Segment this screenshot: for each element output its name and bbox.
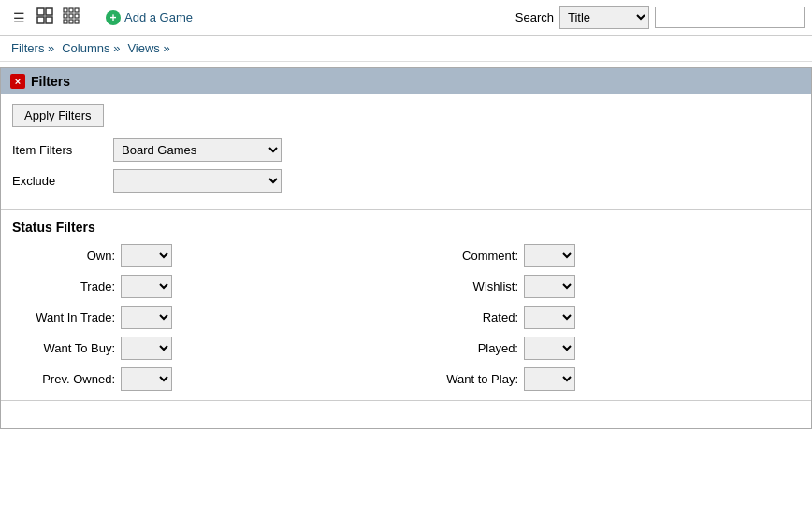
svg-rect-12 [75,20,79,23]
status-row-played: Played: Yes No [415,337,800,360]
search-area: Search Title Publisher Designer Descript… [515,6,805,29]
prev-owned-label: Prev. Owned: [12,372,115,386]
search-label: Search [515,10,554,24]
status-row-wishlist: Wishlist: Yes No [415,275,800,298]
comment-label: Comment: [415,249,518,263]
toolbar: ☰ [0,0,812,36]
wishlist-label: Wishlist: [415,280,518,294]
svg-rect-8 [69,14,73,18]
status-row-prev-owned: Prev. Owned: Yes No [12,367,397,391]
rated-label: Rated: [415,310,518,324]
own-select[interactable]: Yes No [121,244,172,267]
want-to-buy-label: Want To Buy: [12,341,115,355]
grid2-icon [36,7,53,27]
rated-select[interactable]: Yes No [524,306,575,329]
item-filters-select[interactable]: Board Games Board Game Expansions Access… [113,138,282,162]
svg-rect-11 [69,20,73,23]
trade-label: Trade: [12,280,115,294]
status-row-own: Own: Yes No [12,244,397,267]
nav-bar: Filters » Columns » Views » [0,36,812,62]
search-input[interactable] [655,7,805,28]
filters-nav-link[interactable]: Filters » [7,41,58,55]
status-filters-title: Status Filters [12,220,800,235]
filters-panel: × Filters Apply Filters Item Filters Boa… [0,67,812,429]
columns-nav-link[interactable]: Columns » [58,41,123,55]
status-left-col: Own: Yes No Trade: Yes No [12,244,397,391]
want-in-trade-select[interactable]: Yes No [121,306,172,329]
grid3-icon [63,7,80,27]
filters-title: Filters [31,74,70,89]
svg-rect-3 [46,17,52,23]
exclude-select[interactable]: Expansions Accessories [113,169,282,193]
exclude-row: Exclude Expansions Accessories [12,169,800,193]
apply-filters-button[interactable]: Apply Filters [12,104,104,127]
add-game-button[interactable]: + Add a Game [106,10,193,25]
want-to-play-select[interactable]: Yes No [524,367,575,391]
status-filters-section: Status Filters Own: Yes No Trade: Yes [1,209,811,400]
svg-rect-7 [64,14,67,18]
prev-owned-select[interactable]: Yes No [121,367,172,391]
grid2-view-button[interactable] [34,7,56,29]
want-to-buy-select[interactable]: Yes No [121,337,172,360]
filters-header: × Filters [1,68,811,94]
own-label: Own: [12,249,115,263]
want-in-trade-label: Want In Trade: [12,310,115,324]
svg-rect-1 [46,8,52,15]
svg-rect-4 [64,8,67,12]
svg-rect-5 [69,8,73,12]
add-game-icon: + [106,10,121,25]
svg-rect-2 [37,17,44,23]
status-row-rated: Rated: Yes No [415,306,800,329]
status-row-want-to-play: Want to Play: Yes No [415,367,800,391]
comment-select[interactable]: Yes No [524,244,575,267]
views-nav-link[interactable]: Views » [123,41,173,55]
status-row-want-in-trade: Want In Trade: Yes No [12,306,397,329]
svg-rect-10 [64,20,67,23]
played-select[interactable]: Yes No [524,337,575,360]
toolbar-divider [94,7,94,29]
grid3-view-button[interactable] [60,7,82,29]
add-game-label: Add a Game [124,10,193,24]
bottom-section [1,400,811,428]
filters-close-button[interactable]: × [10,74,25,89]
svg-rect-9 [75,14,79,18]
status-row-comment: Comment: Yes No [415,244,800,267]
list-icon: ☰ [13,10,25,25]
played-label: Played: [415,341,518,355]
status-row-trade: Trade: Yes No [12,275,397,298]
svg-rect-0 [37,8,44,15]
wishlist-select[interactable]: Yes No [524,275,575,298]
filters-body: Apply Filters Item Filters Board Games B… [1,94,811,209]
list-view-button[interactable]: ☰ [7,7,30,29]
item-filters-label: Item Filters [12,143,106,157]
trade-select[interactable]: Yes No [121,275,172,298]
status-right-col: Comment: Yes No Wishlist: Yes No [415,244,800,391]
svg-rect-6 [75,8,79,12]
status-row-want-to-buy: Want To Buy: Yes No [12,337,397,360]
status-grid: Own: Yes No Trade: Yes No [12,244,800,391]
exclude-label: Exclude [12,174,106,188]
view-icons: ☰ [7,7,82,29]
want-to-play-label: Want to Play: [415,372,518,386]
search-type-select[interactable]: Title Publisher Designer Description [559,6,649,29]
item-filters-row: Item Filters Board Games Board Game Expa… [12,138,800,162]
